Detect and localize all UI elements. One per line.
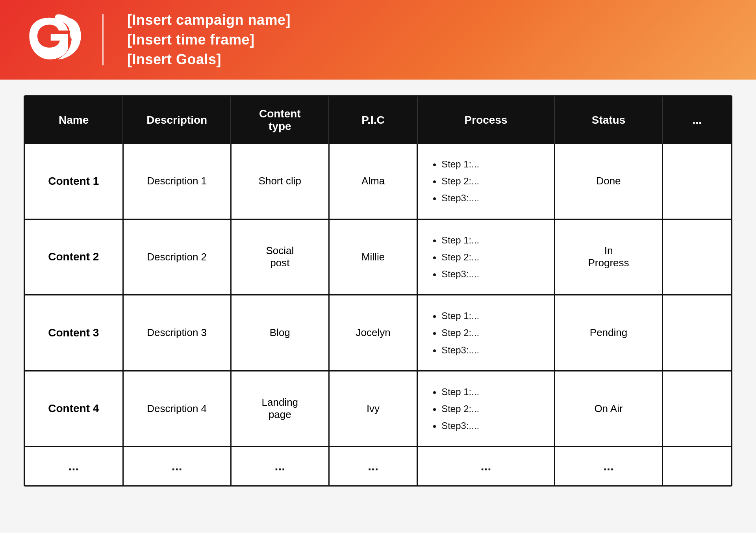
- row4-process: Step 1:... Step 2:... Step3:....: [417, 371, 555, 447]
- header-text-block: [Insert campaign name] [Insert time fram…: [119, 12, 291, 68]
- row2-step2: Step 2:...: [441, 249, 546, 266]
- table-row: Content 3 Description 3 Blog Jocelyn Ste…: [25, 295, 731, 371]
- row3-process: Step 1:... Step 2:... Step3:....: [417, 295, 555, 371]
- row2-description: Description 2: [123, 219, 231, 295]
- table-header: Name Description Contenttype P.I.C Proce…: [25, 97, 731, 144]
- row3-step1: Step 1:...: [441, 307, 546, 324]
- row1-content-type: Short clip: [231, 144, 329, 219]
- row2-content-type: Socialpost: [231, 219, 329, 295]
- row3-description: Description 3: [123, 295, 231, 371]
- time-frame-text: [Insert time frame]: [127, 32, 291, 48]
- col-header-content-type: Contenttype: [231, 97, 329, 144]
- row1-description: Description 1: [123, 144, 231, 219]
- row2-extra: [663, 219, 731, 295]
- row3-step3: Step3:....: [441, 342, 546, 358]
- campaign-name-text: [Insert campaign name]: [127, 12, 291, 28]
- row1-extra: [663, 144, 731, 219]
- row4-pic: Ivy: [329, 371, 417, 447]
- ellipsis-description: ...: [123, 447, 231, 486]
- table-body: Content 1 Description 1 Short clip Alma …: [25, 144, 731, 485]
- logo-icon: [26, 14, 85, 65]
- row3-extra: [663, 295, 731, 371]
- header: [Insert campaign name] [Insert time fram…: [0, 0, 756, 80]
- row4-step1: Step 1:...: [441, 383, 546, 400]
- col-header-extra: ...: [663, 97, 731, 144]
- row4-name: Content 4: [25, 371, 123, 447]
- row3-status: Pending: [554, 295, 662, 371]
- row1-name: Content 1: [25, 144, 123, 219]
- table-row: Content 2 Description 2 Socialpost Milli…: [25, 219, 731, 295]
- main-content: Name Description Contenttype P.I.C Proce…: [0, 80, 756, 502]
- row3-content-type: Blog: [231, 295, 329, 371]
- col-header-name: Name: [25, 97, 123, 144]
- row2-name: Content 2: [25, 219, 123, 295]
- col-header-process: Process: [417, 97, 555, 144]
- row3-name: Content 3: [25, 295, 123, 371]
- row4-extra: [663, 371, 731, 447]
- row4-step3: Step3:....: [441, 417, 546, 434]
- ellipsis-process: ...: [417, 447, 555, 486]
- content-table-wrapper: Name Description Contenttype P.I.C Proce…: [24, 95, 732, 487]
- row1-pic: Alma: [329, 144, 417, 219]
- col-header-status: Status: [554, 97, 662, 144]
- ellipsis-status: ...: [554, 447, 662, 486]
- ellipsis-extra: [663, 447, 731, 486]
- table-header-row: Name Description Contenttype P.I.C Proce…: [25, 97, 731, 144]
- row2-pic: Millie: [329, 219, 417, 295]
- row1-step2: Step 2:...: [441, 173, 546, 189]
- header-divider: [102, 14, 104, 65]
- row2-step1: Step 1:...: [441, 232, 546, 249]
- row4-description: Description 4: [123, 371, 231, 447]
- row2-process: Step 1:... Step 2:... Step3:....: [417, 219, 555, 295]
- row4-step2: Step 2:...: [441, 400, 546, 417]
- ellipsis-name: ...: [25, 447, 123, 486]
- col-header-description: Description: [123, 97, 231, 144]
- row1-process: Step 1:... Step 2:... Step3:....: [417, 144, 555, 219]
- row3-pic: Jocelyn: [329, 295, 417, 371]
- row3-step2: Step 2:...: [441, 324, 546, 341]
- ellipsis-content-type: ...: [231, 447, 329, 486]
- goals-text: [Insert Goals]: [127, 51, 291, 68]
- row1-status: Done: [554, 144, 662, 219]
- row2-status: InProgress: [554, 219, 662, 295]
- content-table: Name Description Contenttype P.I.C Proce…: [25, 97, 731, 485]
- logo: [24, 14, 87, 65]
- row1-step3: Step3:....: [441, 189, 546, 206]
- row2-step3: Step3:....: [441, 266, 546, 282]
- row1-step1: Step 1:...: [441, 156, 546, 173]
- row4-content-type: Landingpage: [231, 371, 329, 447]
- table-row: Content 4 Description 4 Landingpage Ivy …: [25, 371, 731, 447]
- table-row: Content 1 Description 1 Short clip Alma …: [25, 144, 731, 219]
- col-header-pic: P.I.C: [329, 97, 417, 144]
- ellipsis-pic: ...: [329, 447, 417, 486]
- table-row-ellipsis: ... ... ... ... ... ...: [25, 447, 731, 486]
- row4-status: On Air: [554, 371, 662, 447]
